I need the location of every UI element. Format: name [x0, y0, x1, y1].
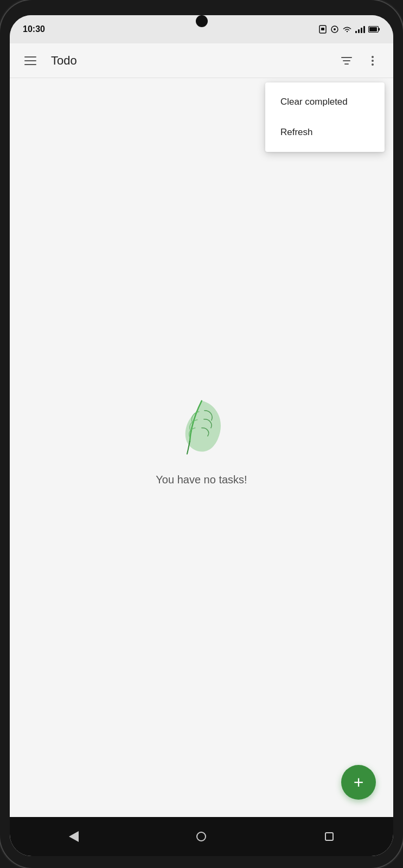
phone-frame: 10:30: [0, 0, 403, 868]
status-time: 10:30: [23, 24, 45, 34]
empty-message: You have no tasks!: [156, 474, 247, 486]
home-button[interactable]: [188, 823, 215, 850]
battery-icon: [368, 26, 380, 33]
camera-notch: [196, 15, 208, 27]
svg-point-3: [334, 28, 336, 30]
clear-completed-item[interactable]: Clear completed: [265, 87, 385, 117]
status-icons: [318, 25, 380, 34]
recents-icon: [325, 832, 334, 841]
content-area: Clear completed Refresh: [10, 78, 393, 817]
svg-rect-1: [321, 28, 324, 30]
more-button[interactable]: [361, 49, 385, 73]
fab-plus-icon: +: [354, 774, 364, 791]
add-task-button[interactable]: +: [341, 765, 376, 800]
filter-icon: [341, 56, 353, 66]
refresh-item[interactable]: Refresh: [265, 117, 385, 148]
home-icon: [196, 832, 206, 841]
recents-button[interactable]: [316, 823, 343, 850]
back-icon: [69, 831, 79, 842]
navigation-bar: [10, 817, 393, 856]
back-button[interactable]: [60, 823, 87, 850]
sim-icon: [318, 25, 327, 34]
dropdown-menu: Clear completed Refresh: [265, 82, 385, 152]
menu-button[interactable]: [18, 49, 42, 73]
empty-state: You have no tasks!: [156, 390, 247, 486]
vpn-icon: [330, 25, 339, 34]
phone-screen: 10:30: [10, 15, 393, 856]
hamburger-icon: [24, 56, 36, 65]
signal-icon: [355, 25, 365, 33]
svg-rect-5: [369, 27, 377, 31]
more-icon: [372, 56, 374, 66]
app-title: Todo: [51, 54, 335, 68]
app-bar: Todo: [10, 43, 393, 78]
toolbar-actions: [335, 49, 385, 73]
wifi-icon: [342, 25, 352, 33]
filter-button[interactable]: [335, 49, 359, 73]
svg-rect-6: [379, 28, 380, 31]
feather-icon: [167, 390, 237, 461]
